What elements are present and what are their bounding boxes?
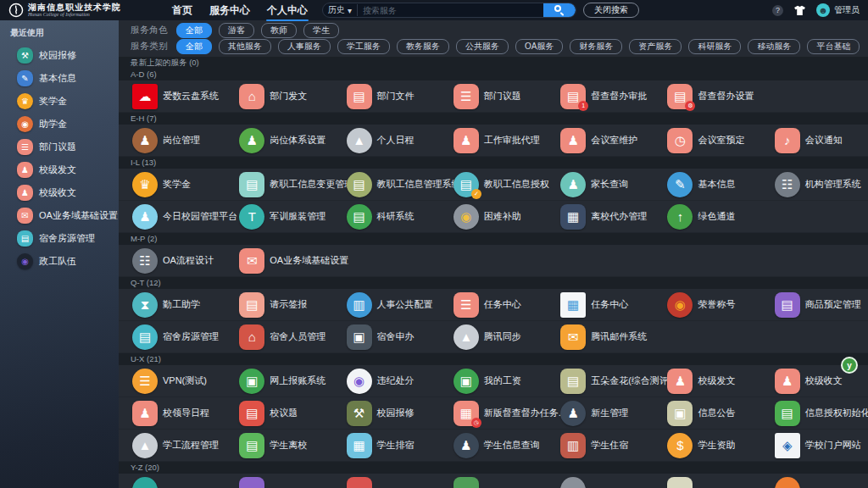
service-item[interactable]: ▦离校代办管理	[547, 204, 654, 230]
role-filter-pill[interactable]: 学生	[303, 23, 339, 38]
sidebar-item[interactable]: ◉政工队伍	[17, 253, 119, 269]
service-item[interactable]: ☰任务中心	[440, 292, 547, 318]
search-input[interactable]	[358, 6, 543, 15]
service-item[interactable]: ♪会议通知	[761, 128, 868, 153]
service-item[interactable]: ♟今日校园管理平台	[119, 204, 225, 230]
service-item[interactable]: ▤✓教职工信息授权	[440, 172, 547, 197]
service-item[interactable]: ▲腾讯同步	[440, 324, 547, 350]
role-filter-pill[interactable]: 游客	[219, 23, 254, 38]
category-filter-pill[interactable]: 移动服务	[748, 39, 800, 54]
sidebar-item[interactable]: ☰部门议题	[17, 139, 119, 155]
service-item[interactable]: ▣信息公告	[654, 401, 760, 426]
category-filter-pill[interactable]: 其他服务	[219, 39, 271, 54]
service-item[interactable]: ▤教职工信息变更管理	[225, 172, 332, 197]
service-item[interactable]: ☁爱数云盘系统	[119, 84, 225, 109]
sidebar-item[interactable]: ✎基本信息	[17, 70, 119, 86]
service-item[interactable]: ▲个人日程	[333, 128, 440, 153]
service-item[interactable]: ▣网上报账系统	[225, 369, 332, 394]
service-item[interactable]: ✎基本信息	[654, 172, 760, 197]
category-filter-pill[interactable]: 教务服务	[397, 39, 449, 54]
category-filter-pill[interactable]: 公共服务	[456, 39, 509, 54]
service-item[interactable]: ▤信息授权初始化	[761, 401, 868, 426]
service-item[interactable]: ◈学校门户网站	[761, 433, 868, 458]
category-filter-pill[interactable]: 科研服务	[688, 39, 741, 54]
sidebar-item[interactable]: ⚒校园报修	[17, 47, 119, 64]
service-item[interactable]: ☷OA流程设计	[119, 248, 225, 274]
category-filter-pill[interactable]: 学工服务	[337, 39, 390, 54]
search-history-dropdown[interactable]: 历史 ▾	[323, 4, 358, 16]
service-item[interactable]: ▤校议题	[225, 401, 332, 426]
service-item[interactable]	[225, 477, 332, 488]
service-item[interactable]: ♟会议室维护	[547, 128, 654, 153]
help-icon[interactable]: ?	[772, 5, 783, 16]
close-search-button[interactable]: 关闭搜索	[583, 3, 639, 18]
category-filter-pill[interactable]: 平台基础	[807, 39, 860, 54]
service-item[interactable]: ♛奖学金	[119, 172, 225, 197]
service-item[interactable]: ▤⚙督查督办设置	[654, 84, 760, 109]
service-item[interactable]: ♟学生信息查询	[440, 433, 547, 458]
topbar-nav-item[interactable]: 首页	[171, 0, 193, 20]
user-menu[interactable]: ☻ 管理员	[816, 3, 860, 17]
category-filter-pill[interactable]: 资产服务	[629, 39, 682, 54]
service-item[interactable]: ◉违纪处分	[333, 369, 440, 394]
category-filter-pill[interactable]: OA服务	[515, 39, 563, 54]
service-item[interactable]: ♟新生管理	[547, 401, 654, 426]
service-item[interactable]: ☷机构管理系统	[761, 172, 868, 197]
service-item[interactable]: ⚒校园报修	[333, 401, 440, 426]
sidebar-item[interactable]: ▤宿舍房源管理	[17, 230, 119, 247]
service-item[interactable]: ▤请示签报	[225, 292, 332, 318]
service-item[interactable]: ▲学工流程管理	[119, 433, 225, 458]
service-item[interactable]	[440, 477, 547, 488]
service-item[interactable]: ▥人事公共配置	[333, 292, 440, 318]
role-filter-pill[interactable]: 全部	[176, 23, 212, 38]
service-item[interactable]: T军训服装管理	[225, 204, 332, 230]
service-item[interactable]: ▤五朵金花(综合测评)	[547, 369, 654, 394]
service-item[interactable]: ⌂部门发文	[225, 84, 332, 109]
sidebar-item[interactable]: ✉OA业务域基础设置	[17, 208, 119, 224]
service-item[interactable]: ◉荣誉称号	[654, 292, 760, 318]
service-item[interactable]: ⌂宿舍人员管理	[225, 324, 332, 350]
service-item[interactable]: ▤部门文件	[333, 84, 440, 109]
service-item[interactable]: ◉困难补助	[440, 204, 547, 230]
service-item[interactable]: ✉OA业务域基础设置	[225, 248, 332, 274]
service-item[interactable]: ☰VPN(测试)	[119, 369, 225, 394]
service-item[interactable]: $学生资助	[654, 433, 760, 458]
role-filter-pill[interactable]: 教师	[261, 23, 297, 38]
service-item[interactable]: ▤1督查督办审批	[547, 84, 654, 109]
service-item[interactable]	[761, 477, 868, 488]
category-filter-pill[interactable]: 人事服务	[278, 39, 331, 54]
category-filter-pill[interactable]: 全部	[176, 39, 212, 54]
service-item[interactable]	[547, 477, 654, 488]
service-item[interactable]: ◷会议室预定	[654, 128, 760, 153]
service-item[interactable]: ▦◷新版督查督办任务...	[440, 401, 547, 426]
service-item[interactable]: ♟家长查询	[547, 172, 654, 197]
sidebar-item[interactable]: ♟校级收文	[17, 185, 119, 201]
service-item[interactable]: ▤教职工信息管理系统	[333, 172, 440, 197]
category-filter-pill[interactable]: 财务服务	[570, 39, 622, 54]
service-item[interactable]: ☰部门议题	[440, 84, 547, 109]
search-button[interactable]	[543, 3, 576, 18]
service-item[interactable]: ✉腾讯邮件系统	[547, 324, 654, 350]
sidebar-item[interactable]: ◉助学金	[17, 116, 119, 132]
service-item[interactable]: ▦学生排宿	[333, 433, 440, 458]
service-item[interactable]: ▥学生住宿	[547, 433, 654, 458]
service-item[interactable]: ⧗勤工助学	[119, 292, 225, 318]
service-item[interactable]: ♟校级发文	[654, 369, 760, 394]
service-item[interactable]: ▤科研系统	[333, 204, 440, 230]
service-item[interactable]: ♟工作审批代理	[440, 128, 547, 153]
sidebar-item[interactable]: ♟校级发文	[17, 162, 119, 178]
service-item[interactable]	[654, 477, 760, 488]
theme-shirt-icon[interactable]	[793, 5, 806, 16]
service-item[interactable]	[119, 477, 225, 488]
service-item[interactable]: ♟岗位体系设置	[225, 128, 332, 153]
service-item[interactable]: ♟岗位管理	[119, 128, 225, 153]
service-item[interactable]: ▣我的工资	[440, 369, 547, 394]
service-item[interactable]: ↑绿色通道	[654, 204, 760, 230]
service-item[interactable]: ▤宿舍房源管理	[119, 324, 225, 350]
service-item[interactable]	[333, 477, 440, 488]
service-item[interactable]: ♟校领导日程	[119, 401, 225, 426]
sidebar-item[interactable]: ♛奖学金	[17, 93, 119, 109]
service-item[interactable]: ▤商品预定管理	[761, 292, 868, 318]
service-item[interactable]: ▤学生离校	[225, 433, 332, 458]
floating-feedback-button[interactable]: y	[841, 357, 858, 374]
